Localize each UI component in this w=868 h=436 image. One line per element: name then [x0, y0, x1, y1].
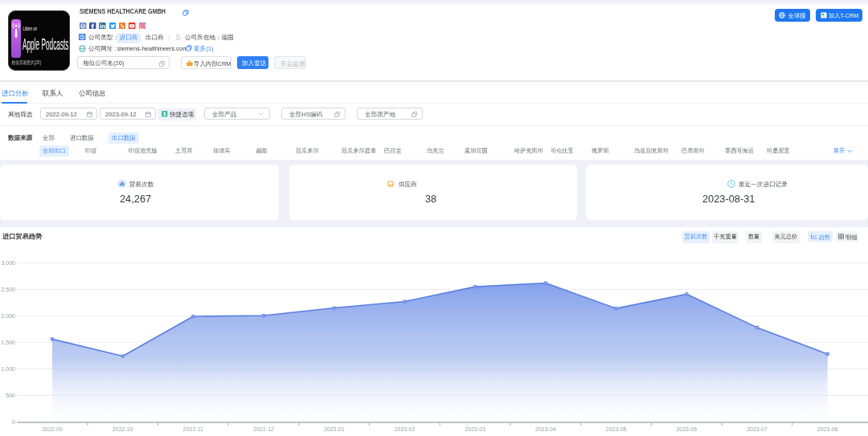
svg-text:2023-01: 2023-01: [324, 426, 345, 432]
svg-text:2023-03: 2023-03: [465, 426, 485, 432]
svg-text:2023-04: 2023-04: [535, 426, 556, 432]
svg-text:2023-05: 2023-05: [606, 426, 627, 432]
svg-text:2023-07: 2023-07: [747, 426, 768, 432]
svg-text:500: 500: [6, 393, 15, 398]
svg-text:2022-10: 2022-10: [113, 426, 133, 432]
svg-text:Listen on: Listen on: [23, 25, 38, 32]
svg-text:1,000: 1,000: [1, 366, 15, 372]
svg-text:2,500: 2,500: [1, 287, 15, 292]
svg-text:2023-08: 2023-08: [817, 426, 838, 432]
svg-text:相似买家图片(20): 相似买家图片(20): [11, 59, 41, 66]
svg-text:0: 0: [12, 419, 15, 425]
svg-text:2022-09: 2022-09: [42, 426, 63, 432]
svg-text:3,000: 3,000: [1, 260, 15, 266]
svg-text:2,000: 2,000: [1, 313, 15, 319]
svg-text:Apple Podcasts: Apple Podcasts: [23, 35, 69, 53]
svg-text:1,500: 1,500: [1, 340, 15, 345]
svg-text:2022-11: 2022-11: [183, 426, 203, 432]
svg-text:SIEMENS HEALTHCARE GMBH: SIEMENS HEALTHCARE GMBH: [80, 7, 166, 15]
svg-text:2023-06: 2023-06: [676, 426, 697, 432]
svg-text:2022-12: 2022-12: [253, 426, 274, 432]
svg-text:2023-02: 2023-02: [395, 426, 416, 432]
